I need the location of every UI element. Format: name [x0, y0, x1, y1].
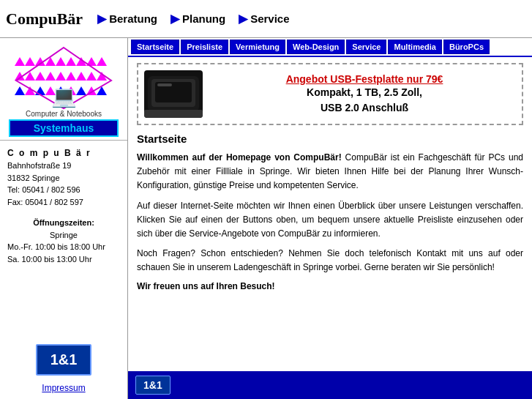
subnav-web-design[interactable]: Web-Design	[287, 40, 345, 54]
sidebar-hours: Öffnungszeiten: Springe Mo.-Fr. 10:00 bi…	[0, 214, 127, 268]
svg-marker-18	[15, 86, 25, 95]
promo-text: Angebot USB-Festplatte nur 79€ Kompakt, …	[213, 73, 516, 116]
promo-subtitle: Kompakt, 1 TB, 2.5 Zoll, USB 2.0 Anschlu…	[213, 85, 516, 116]
svg-marker-13	[56, 72, 66, 81]
svg-marker-14	[66, 72, 76, 81]
sub-navigation: Startseite Preisliste Vermietung Web-Des…	[128, 38, 532, 57]
logo-area: CompuBär	[6, 10, 83, 29]
svg-rect-32	[157, 83, 172, 86]
page-title: Startseite	[137, 133, 523, 145]
promo-box: Angebot USB-Festplatte nur 79€ Kompakt, …	[137, 63, 523, 125]
svg-marker-16	[86, 72, 97, 81]
fax: Fax: 05041 / 802 597	[7, 196, 120, 209]
nav-planung-label: Planung	[182, 12, 225, 25]
subnav-startseite[interactable]: Startseite	[131, 40, 179, 54]
welcome-bold: Willkommen auf der Homepage von CompuBär…	[137, 152, 342, 163]
content-area: Startseite Preisliste Vermietung Web-Des…	[128, 38, 532, 399]
welcome-paragraph: Willkommen auf der Homepage von CompuBär…	[137, 151, 523, 193]
svg-marker-15	[76, 72, 86, 81]
top-navigation: ▶ Beratung ▶ Planung ▶ Service	[97, 12, 289, 26]
hours-weekday: Mo.-Fr. 10:00 bis 18:00 Uhr	[7, 241, 120, 253]
svg-marker-4	[56, 57, 66, 66]
hours-title: Öffnungszeiten:	[7, 217, 120, 229]
svg-rect-31	[144, 110, 203, 116]
logo: CompuBär	[6, 10, 83, 29]
hosting-badge[interactable]: 1&1	[36, 344, 92, 376]
nav-service[interactable]: ▶ Service	[239, 12, 289, 26]
svg-marker-12	[45, 72, 56, 81]
main-layout: 💻 Computer & Notebooks Systemhaus C o m …	[0, 38, 532, 399]
closing-text: Wir freuen uns auf Ihren Besuch!	[137, 281, 523, 291]
svg-marker-5	[66, 57, 76, 66]
footer-hosting-badge[interactable]: 1&1	[135, 376, 171, 395]
footer-bar: 1&1	[128, 371, 532, 399]
subnav-bueropc[interactable]: BüroPCs	[443, 40, 490, 54]
address1: Bahnhofstraße 19	[7, 160, 120, 172]
svg-marker-1	[25, 57, 35, 66]
systemhaus-badge: Systemhaus	[9, 119, 118, 137]
contact-paragraph: Noch Fragen? Schon entschieden? Nehmen S…	[137, 247, 523, 275]
subnav-service[interactable]: Service	[346, 40, 386, 54]
nav-beratung[interactable]: ▶ Beratung	[97, 12, 157, 26]
nav-arrow-icon: ▶	[171, 12, 179, 26]
product-image	[144, 70, 203, 118]
nav-planung[interactable]: ▶ Planung	[171, 12, 225, 26]
promo-title: Angebot USB-Festplatte nur 79€	[213, 73, 516, 85]
content-body: Angebot USB-Festplatte nur 79€ Kompakt, …	[128, 57, 532, 371]
impressum-link[interactable]: Impressum	[42, 383, 85, 393]
comp-notebooks-label: Computer & Notebooks	[26, 110, 102, 118]
subnav-multimedia[interactable]: Multimedia	[388, 40, 441, 54]
svg-marker-11	[35, 72, 45, 81]
nav-arrow-icon: ▶	[97, 12, 106, 26]
tel: Tel: 05041 / 802 596	[7, 184, 120, 196]
hours-saturday: Sa. 10:00 bis 13:00 Uhr	[7, 253, 120, 266]
svg-marker-0	[15, 57, 25, 66]
decorative-pattern: 💻	[9, 44, 119, 110]
nav-arrow-icon: ▶	[239, 12, 247, 26]
svg-marker-24	[76, 86, 86, 95]
laptop-icon: 💻	[51, 84, 77, 108]
header: CompuBär ▶ Beratung ▶ Planung ▶ Service	[0, 0, 532, 38]
hours-location: Springe	[7, 229, 120, 242]
subnav-vermietung[interactable]: Vermietung	[230, 40, 285, 54]
overview-paragraph: Auf dieser Internet-Seite möchten wir Ih…	[137, 199, 523, 242]
promo-subtitle-line1: Kompakt, 1 TB, 2.5 Zoll,	[307, 86, 422, 98]
usb-drive-svg	[144, 70, 203, 118]
promo-subtitle-line2: USB 2.0 Anschluß	[321, 102, 408, 113]
svg-marker-8	[97, 57, 107, 66]
company-name: C o m p u B ä r	[7, 146, 120, 160]
sidebar-logo-box: 💻 Computer & Notebooks Systemhaus	[0, 38, 127, 141]
nav-service-label: Service	[250, 12, 289, 25]
sidebar-company-info: C o m p u B ä r Bahnhofstraße 19 31832 S…	[0, 141, 127, 214]
nav-beratung-label: Beratung	[109, 12, 157, 25]
subnav-preisliste[interactable]: Preisliste	[181, 40, 228, 54]
address2: 31832 Springe	[7, 172, 120, 184]
sidebar: 💻 Computer & Notebooks Systemhaus C o m …	[0, 38, 128, 399]
